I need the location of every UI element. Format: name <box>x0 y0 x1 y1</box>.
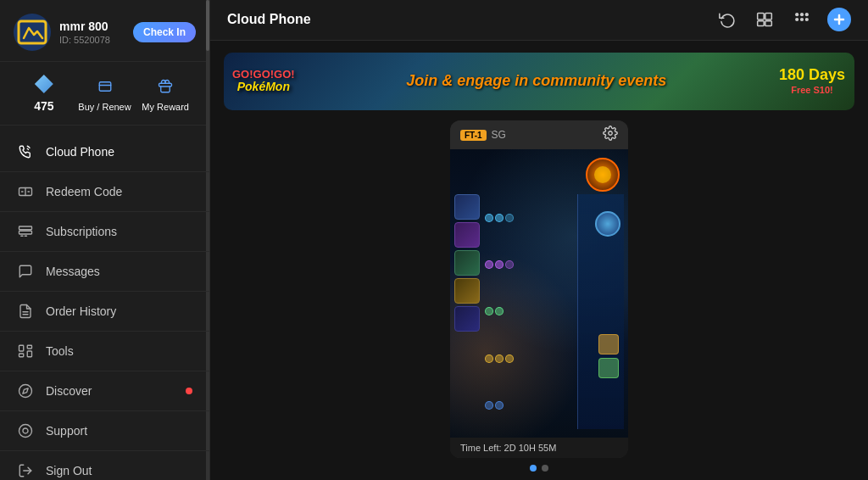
svg-point-26 <box>795 18 798 21</box>
svg-point-14 <box>19 385 32 398</box>
redeem-code-icon <box>17 183 34 200</box>
banner-logo: GO!GO!GO! PokéMon <box>232 69 295 94</box>
ft-badge: FT-1 <box>460 130 487 141</box>
sidebar-item-tools-label: Tools <box>46 344 74 358</box>
banner-content: GO!GO!GO! PokéMon Join & engage in commu… <box>224 53 854 110</box>
phone-screen[interactable] <box>450 149 628 438</box>
buy-renew-icon <box>92 75 119 98</box>
sidebar-item-discover-label: Discover <box>46 384 92 398</box>
check-in-button[interactable]: Check In <box>133 22 196 42</box>
avatar-logo-icon <box>17 20 47 45</box>
sidebar-item-discover[interactable]: Discover <box>0 371 209 411</box>
order-history-icon <box>17 303 34 320</box>
sidebar-item-support-label: Support <box>46 424 87 438</box>
svg-point-31 <box>609 131 613 136</box>
sidebar-item-redeem-code[interactable]: Redeem Code <box>0 172 209 212</box>
sidebar-item-redeem-code-label: Redeem Code <box>46 185 122 198</box>
banner-text: Join & engage in community events <box>303 72 770 90</box>
notification-dot <box>186 388 192 394</box>
sg-label: SG <box>492 129 506 141</box>
phone-header: FT-1 SG <box>450 120 628 149</box>
sidebar-item-tools[interactable]: Tools <box>0 332 209 371</box>
carousel-dot-2[interactable] <box>542 465 548 472</box>
svg-rect-11 <box>27 345 31 349</box>
sidebar-item-support[interactable]: Support <box>0 411 209 451</box>
time-left: Time Left: 2D 10H 55M <box>460 443 556 453</box>
svg-point-23 <box>795 13 798 16</box>
svg-point-28 <box>805 18 809 21</box>
subscriptions-icon <box>17 223 34 240</box>
svg-marker-15 <box>23 388 28 393</box>
banner-promo: 180 Days Free S10! <box>778 66 846 96</box>
layout-button[interactable] <box>753 8 776 31</box>
tools-icon <box>17 343 34 360</box>
my-reward-label: My Reward <box>142 102 189 112</box>
phone-footer: Time Left: 2D 10H 55M <box>450 438 628 458</box>
sidebar-item-messages[interactable]: Messages <box>0 252 209 292</box>
phone-label: FT-1 SG <box>460 129 506 141</box>
sidebar-item-sign-out[interactable]: Sign Out <box>0 451 209 480</box>
svg-rect-12 <box>27 351 31 357</box>
buy-renew-label: Buy / Renew <box>78 102 131 112</box>
support-icon <box>17 422 34 439</box>
carousel-dot-1[interactable] <box>530 465 537 472</box>
points-button[interactable]: 475 <box>14 72 75 114</box>
sidebar-item-subscriptions-label: Subscriptions <box>46 225 117 238</box>
sidebar-item-cloud-phone-label: Cloud Phone <box>46 145 114 159</box>
phone-screen-content <box>450 149 628 438</box>
sidebar-item-subscriptions[interactable]: Subscriptions <box>0 212 209 252</box>
discover-icon <box>17 382 34 399</box>
icons-row: 475 Buy / Renew My Reward <box>0 62 209 126</box>
profile-name: mmr 800 <box>59 20 125 33</box>
profile-info: mmr 800 ID: 5520078 <box>59 20 125 45</box>
profile-section: mmr 800 ID: 5520078 Check In <box>0 0 209 62</box>
svg-point-16 <box>19 425 32 438</box>
header: Cloud Phone <box>210 0 868 41</box>
svg-rect-19 <box>758 14 765 20</box>
sign-out-icon <box>17 462 34 479</box>
avatar <box>14 14 51 51</box>
add-button[interactable] <box>827 8 851 31</box>
diamond-icon <box>31 72 58 96</box>
profile-id: ID: 5520078 <box>59 35 125 45</box>
svg-rect-10 <box>19 345 24 351</box>
points-count: 475 <box>34 99 53 113</box>
page-title: Cloud Phone <box>227 12 311 27</box>
carousel-dots <box>530 465 548 472</box>
svg-rect-13 <box>19 354 24 357</box>
plus-icon <box>832 13 846 26</box>
svg-rect-20 <box>765 14 772 20</box>
phone-area: FT-1 SG <box>210 120 868 480</box>
svg-point-25 <box>805 13 809 16</box>
buy-renew-button[interactable]: Buy / Renew <box>75 75 136 112</box>
game-top <box>454 153 624 192</box>
sidebar-item-cloud-phone[interactable]: Cloud Phone <box>0 132 209 172</box>
sidebar-item-sign-out-label: Sign Out <box>46 464 92 477</box>
svg-rect-1 <box>99 82 111 92</box>
banner[interactable]: GO!GO!GO! PokéMon Join & engage in commu… <box>224 53 854 110</box>
svg-point-17 <box>23 428 28 433</box>
reward-icon <box>152 75 179 98</box>
apps-button[interactable] <box>790 8 814 31</box>
sidebar-item-order-history[interactable]: Order History <box>0 292 209 332</box>
main-content: Cloud Phone <box>210 0 868 480</box>
my-reward-button[interactable]: My Reward <box>135 75 196 112</box>
sidebar-item-messages-label: Messages <box>46 265 100 278</box>
svg-point-24 <box>800 13 804 16</box>
messages-icon <box>17 263 34 280</box>
nav-section: Cloud Phone Redeem Code Subs <box>0 126 209 480</box>
svg-point-27 <box>800 18 804 21</box>
svg-rect-5 <box>19 231 32 234</box>
header-actions <box>715 8 851 31</box>
svg-rect-21 <box>758 21 765 26</box>
phone-container: FT-1 SG <box>450 120 628 458</box>
sidebar-item-order-history-label: Order History <box>46 304 116 318</box>
settings-icon[interactable] <box>603 126 618 144</box>
sidebar: mmr 800 ID: 5520078 Check In 475 Buy / R… <box>0 0 210 480</box>
svg-rect-4 <box>19 226 32 230</box>
refresh-button[interactable] <box>715 8 739 31</box>
cloud-phone-icon <box>17 143 34 160</box>
svg-rect-22 <box>765 21 772 26</box>
